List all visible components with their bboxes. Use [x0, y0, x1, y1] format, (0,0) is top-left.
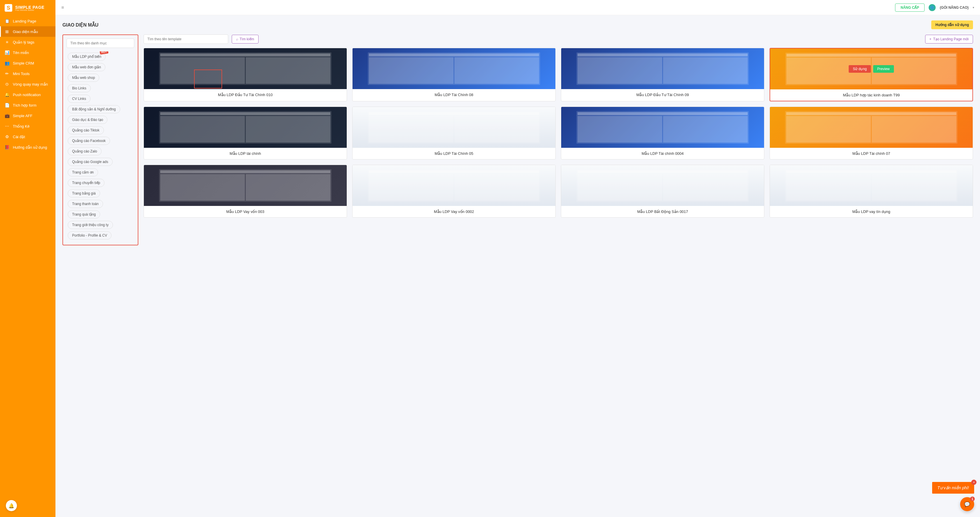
close-icon[interactable]: ×: [971, 480, 977, 485]
template-title: Mẫu LDP Đầu Tư Tài Chính 09: [561, 89, 764, 101]
use-template-button[interactable]: Sử dụng: [849, 65, 870, 73]
nav-label: Thống Kê: [13, 124, 29, 129]
template-card[interactable]: Mẫu LDP Tài Chính 05: [352, 107, 556, 160]
nav-label: Mini Tools: [13, 72, 30, 76]
sidebar-item-2[interactable]: ≡Quản lý tags: [0, 37, 56, 47]
template-card[interactable]: Mẫu LDP tài chính: [143, 107, 347, 160]
template-thumbnail: [353, 107, 555, 148]
chat-badge: 1: [970, 496, 975, 501]
sidebar-item-5[interactable]: ✏Mini Tools: [0, 69, 56, 79]
template-thumbnail: [144, 107, 347, 148]
nav-icon: 📕: [5, 145, 10, 150]
nav-icon: 👥: [5, 61, 10, 65]
plus-icon: +: [929, 37, 932, 41]
consult-banner[interactable]: Tư vấn miễn phí! ×: [932, 482, 974, 494]
template-card[interactable]: Mẫu LDP Vay vốn 0002: [352, 165, 556, 218]
sidebar-item-4[interactable]: 👥Simple CRM: [0, 58, 56, 69]
create-landing-page-button[interactable]: + Tạo Landing Page mới: [925, 35, 973, 43]
nav-label: Hướng dẫn sử dụng: [13, 145, 47, 150]
template-thumbnail: [561, 165, 764, 206]
template-card[interactable]: Sử dụngPreviewMẫu LDP hợp tác kinh doanh…: [770, 48, 973, 101]
sidebar-item-9[interactable]: 💼Simple AFF: [0, 110, 56, 121]
search-button[interactable]: ⌕ Tìm kiếm: [232, 35, 259, 43]
sidebar-item-12[interactable]: 📕Hướng dẫn sử dụng: [0, 142, 56, 152]
nav-label: Tên miền: [13, 51, 29, 55]
category-item[interactable]: Trang bảng giá: [68, 189, 100, 198]
logo[interactable]: S SIMPLE PAGE Free Website Builder: [0, 0, 56, 16]
category-search-input[interactable]: [67, 38, 134, 48]
category-item[interactable]: Trang chuyển tiếp: [68, 179, 105, 187]
category-item[interactable]: Bio Links: [68, 84, 91, 92]
template-thumbnail: [561, 107, 764, 148]
search-icon: ⌕: [236, 37, 238, 41]
category-item[interactable]: Trang thanh toán: [68, 200, 103, 208]
category-item[interactable]: Quảng cáo Facebook: [68, 137, 110, 145]
template-search-input[interactable]: [143, 35, 228, 44]
nav-label: Vòng quay may mắn: [13, 82, 48, 86]
category-item[interactable]: Quảng cáo Tiktok: [68, 126, 104, 134]
category-item[interactable]: Trang quà tặng: [68, 210, 100, 219]
menu-toggle-icon[interactable]: ≡: [61, 5, 64, 10]
template-title: Mẫu LDP Tài chính 07: [770, 148, 973, 159]
sidebar-item-6[interactable]: ⊙Vòng quay may mắn: [0, 79, 56, 89]
nav-label: Simple AFF: [13, 113, 32, 118]
sidebar-item-1[interactable]: ⊞Giao diện mẫu: [0, 26, 56, 37]
nav-icon: 📊: [5, 50, 10, 55]
chat-button[interactable]: 💬 1: [960, 497, 974, 511]
nav-icon: 📋: [5, 19, 10, 23]
sidebar-item-0[interactable]: 📋Landing Page: [0, 16, 56, 26]
template-card[interactable]: Mẫu LDP Đầu Tư Tài Chính 09: [561, 48, 764, 101]
nav-icon: 🔔: [5, 92, 10, 97]
account-plan-label[interactable]: (GÓI NÂNG CAO): [940, 6, 969, 10]
content: GIAO DIỆN MẪU Hướng dẫn sử dụng Mẫu LDP …: [56, 15, 980, 517]
template-card[interactable]: Mẫu LDP vay tín dụng: [770, 165, 973, 218]
template-title: Mẫu LDP tài chính: [144, 148, 347, 159]
category-panel: Mẫu LDP phổ biếnHOTMẫu web đơn giảnMẫu w…: [62, 35, 138, 245]
nav-label: Quản lý tags: [13, 40, 35, 45]
category-item[interactable]: Trang cảm ơn: [68, 168, 98, 176]
sidebar-item-11[interactable]: ⚙Cài đặt: [0, 131, 56, 142]
category-item[interactable]: Mẫu LDP phổ biếnHOT: [68, 53, 106, 61]
chevron-down-icon[interactable]: ▾: [973, 6, 974, 9]
category-item[interactable]: Portfolio - Profile & CV: [68, 231, 111, 239]
category-item[interactable]: Giáo dục & Đào tạo: [68, 116, 107, 124]
sidebar-item-8[interactable]: 📄Tích hợp form: [0, 100, 56, 110]
nav-icon: 💼: [5, 113, 10, 118]
template-title: Mẫu LDP Tài chính 0004: [561, 148, 764, 159]
category-item[interactable]: Quảng cáo Zalo: [68, 147, 102, 155]
nav-icon: ≡: [5, 40, 10, 45]
template-card[interactable]: Mẫu LDP Tài Chính 08: [352, 48, 556, 101]
sidebar-item-7[interactable]: 🔔Push notification: [0, 89, 56, 100]
sidebar-item-10[interactable]: ⋯Thống Kê: [0, 121, 56, 131]
page-title: GIAO DIỆN MẪU: [62, 22, 99, 28]
notification-fab[interactable]: 🔔: [6, 500, 17, 511]
sidebar-item-3[interactable]: 📊Tên miền: [0, 47, 56, 58]
nav-label: Landing Page: [13, 19, 36, 23]
template-card[interactable]: Mẫu LDP Tài chính 0004: [561, 107, 764, 160]
template-card[interactable]: Mẫu LDP Tài chính 07: [770, 107, 973, 160]
category-item[interactable]: Quảng cáo Google ads: [68, 158, 113, 166]
template-thumbnail: [144, 48, 347, 89]
hot-badge: HOT: [100, 51, 108, 54]
template-card[interactable]: Mẫu LDP Đầu Tư Tài Chính 010: [143, 48, 347, 101]
upgrade-button[interactable]: NÂNG CẤP: [895, 3, 924, 12]
template-card[interactable]: Mẫu LDP Bất Động Sản 0017: [561, 165, 764, 218]
avatar[interactable]: [929, 4, 935, 11]
sidebar: S SIMPLE PAGE Free Website Builder 📋Land…: [0, 0, 56, 517]
template-title: Mẫu LDP Tài Chính 08: [353, 89, 555, 101]
nav-icon: ⚙: [5, 134, 10, 139]
category-item[interactable]: Mẫu web shop: [68, 73, 99, 82]
main: ≡ NÂNG CẤP (GÓI NÂNG CAO) ▾ GIAO DIỆN MẪ…: [56, 0, 980, 517]
logo-icon: S: [5, 4, 12, 12]
category-item[interactable]: Trang giới thiệu công ty: [68, 221, 113, 229]
category-item[interactable]: Mẫu web đơn giản: [68, 63, 105, 71]
nav-icon: ⊙: [5, 82, 10, 86]
category-item[interactable]: CV Links: [68, 95, 91, 103]
chat-icon: 💬: [964, 501, 970, 507]
template-card[interactable]: Mẫu LDP Vay vốn 003: [143, 165, 347, 218]
preview-template-button[interactable]: Preview: [873, 65, 894, 73]
help-button[interactable]: Hướng dẫn sử dụng: [931, 21, 973, 29]
template-title: Mẫu LDP Vay vốn 003: [144, 206, 347, 217]
category-item[interactable]: Bất động sản & Nghỉ dưỡng: [68, 105, 120, 113]
nav-icon: 📄: [5, 103, 10, 107]
